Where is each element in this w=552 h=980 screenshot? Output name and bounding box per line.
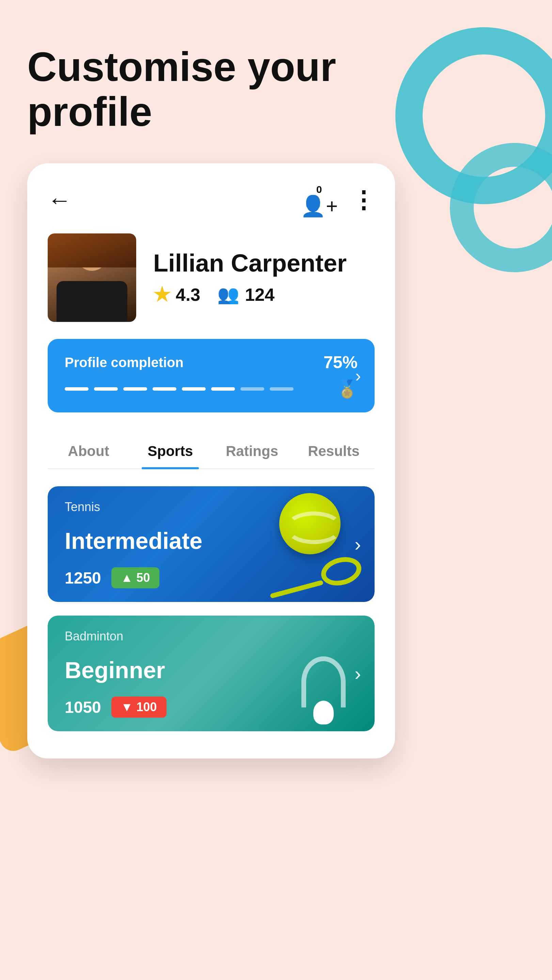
tennis-level: Intermediate xyxy=(65,527,357,554)
followers-icon: 👥 xyxy=(217,284,239,305)
headline: Customise your profile xyxy=(27,44,336,134)
bar-seg-7 xyxy=(241,387,264,391)
bar-seg-6 xyxy=(211,387,235,391)
tennis-badge-value: 50 xyxy=(136,571,150,585)
bar-seg-4 xyxy=(153,387,176,391)
header-row: ← 0 👤+ ⋮ xyxy=(48,184,375,216)
tab-sports[interactable]: Sports xyxy=(129,433,211,468)
followers-count: 124 xyxy=(245,285,274,305)
bar-seg-1 xyxy=(65,387,89,391)
bar-seg-5 xyxy=(182,387,206,391)
tennis-chevron-icon: › xyxy=(354,533,361,555)
badminton-score-badge: ▼ 100 xyxy=(112,697,166,718)
add-friend-count: 0 xyxy=(316,184,322,195)
tennis-sport-card[interactable]: Tennis Intermediate 1250 ▲ 50 › xyxy=(48,486,375,602)
tab-ratings[interactable]: Ratings xyxy=(211,433,293,468)
completion-bar-row: 🏅 xyxy=(65,379,357,399)
medal-icon: 🏅 xyxy=(337,379,357,399)
profile-row: Lillian Carpenter ★ 4.3 👥 124 xyxy=(48,234,375,322)
avatar xyxy=(48,234,136,322)
star-icon: ★ xyxy=(153,283,170,305)
profile-stats: ★ 4.3 👥 124 xyxy=(153,283,347,305)
completion-label: Profile completion xyxy=(65,355,183,370)
badminton-bottom-row: 1050 ▼ 100 xyxy=(65,697,357,718)
bar-seg-2 xyxy=(94,387,118,391)
badminton-card-content: Badminton Beginner 1050 ▼ 100 xyxy=(48,616,375,731)
profile-info: Lillian Carpenter ★ 4.3 👥 124 xyxy=(153,250,347,305)
badminton-score: 1050 xyxy=(65,698,101,717)
tennis-bottom-row: 1250 ▲ 50 xyxy=(65,567,357,588)
badminton-level: Beginner xyxy=(65,657,357,683)
phone-card: ← 0 👤+ ⋮ Lillian Carpenter ★ 4.3 xyxy=(27,163,395,759)
tennis-card-content: Tennis Intermediate 1250 ▲ 50 xyxy=(48,486,375,602)
rating-block: ★ 4.3 xyxy=(153,283,200,305)
completion-top: Profile completion 75% xyxy=(65,353,357,372)
tennis-score: 1250 xyxy=(65,569,101,587)
tennis-score-badge: ▲ 50 xyxy=(112,567,160,588)
more-menu-button[interactable]: ⋮ xyxy=(351,186,375,214)
avatar-hair xyxy=(48,234,136,267)
add-friend-button[interactable]: 0 👤+ xyxy=(300,184,338,216)
badminton-sport-name: Badminton xyxy=(65,629,357,643)
bar-seg-3 xyxy=(123,387,147,391)
add-friend-icon: 👤+ xyxy=(300,196,338,216)
completion-percentage: 75% xyxy=(324,353,357,372)
rating-value: 4.3 xyxy=(176,285,200,305)
back-button[interactable]: ← xyxy=(48,186,72,214)
profile-name: Lillian Carpenter xyxy=(153,250,347,277)
sport-cards-list: Tennis Intermediate 1250 ▲ 50 › xyxy=(48,486,375,731)
header-actions: 0 👤+ ⋮ xyxy=(300,184,375,216)
bar-seg-8 xyxy=(270,387,294,391)
tennis-sport-name: Tennis xyxy=(65,500,357,514)
tab-results[interactable]: Results xyxy=(293,433,375,468)
badminton-badge-value: 100 xyxy=(136,700,156,714)
completion-chevron-icon: › xyxy=(355,366,361,385)
completion-bar-track xyxy=(65,387,330,391)
down-arrow-icon: ▼ xyxy=(121,700,133,714)
followers-block: 👥 124 xyxy=(217,284,274,305)
completion-card[interactable]: Profile completion 75% 🏅 › xyxy=(48,339,375,412)
outer-background: Customise your profile ← 0 👤+ ⋮ Lillian … xyxy=(0,0,552,980)
tabs-row: About Sports Ratings Results xyxy=(48,433,375,469)
up-arrow-icon: ▲ xyxy=(121,571,133,585)
badminton-chevron-icon: › xyxy=(354,662,361,685)
tab-about[interactable]: About xyxy=(48,433,129,468)
badminton-sport-card[interactable]: Badminton Beginner 1050 ▼ 100 › xyxy=(48,616,375,731)
